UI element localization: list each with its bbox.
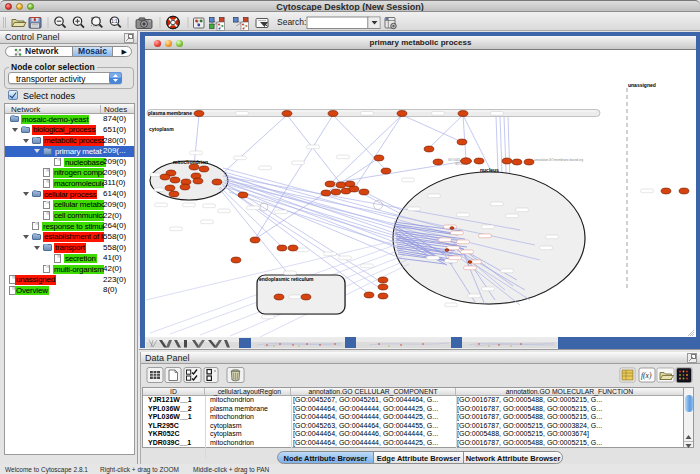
svg-text:1:1: 1:1: [111, 19, 118, 24]
svg-text:GO:0045: GO:0045: [448, 158, 461, 162]
svg-text:annotation.GO:membrane-bound o: annotation.GO:membrane-bound org: [534, 158, 584, 162]
svg-text:Search:: Search:: [277, 17, 306, 27]
svg-text:endoplasmic reticulum: endoplasmic reticulum: [259, 276, 314, 282]
svg-text:unassigned: unassigned: [628, 82, 656, 88]
svg-text:f(x): f(x): [641, 371, 652, 380]
svg-text:nucleus: nucleus: [480, 167, 499, 173]
svg-text:plasma membrane: plasma membrane: [148, 110, 192, 116]
svg-text:mitochondrion: mitochondrion: [173, 159, 208, 165]
svg-text:cytoplasm: cytoplasm: [149, 126, 174, 132]
